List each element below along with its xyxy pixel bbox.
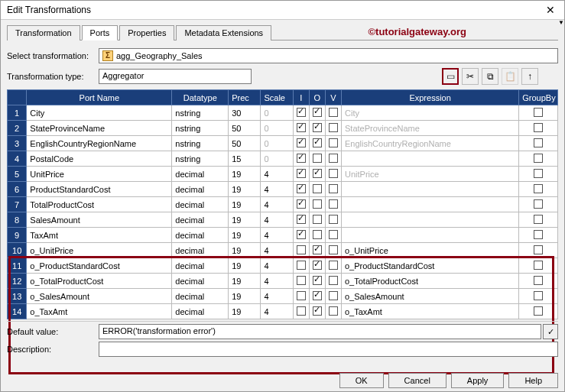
cell-datatype[interactable]: nstring [172,136,229,151]
cell-input-flag[interactable] [293,212,309,228]
cell-groupby[interactable] [519,121,558,136]
validate-button[interactable]: ✓ [543,324,558,339]
dropdown-arrow-icon[interactable]: ▼ [558,19,564,26]
copy-button[interactable]: ⧉ [482,68,498,85]
cell-datatype[interactable]: nstring [172,151,229,167]
table-row[interactable]: 9TaxAmtdecimal194 [8,228,558,243]
table-row[interactable]: 2StateProvinceNamenstring500StateProvinc… [8,121,558,136]
col-input[interactable]: I [293,90,309,105]
table-row[interactable]: 7TotalProductCostdecimal194 [8,197,558,212]
cell-scale[interactable]: 4 [261,289,293,304]
close-icon[interactable]: ✕ [543,4,558,16]
cell-scale[interactable]: 4 [261,258,293,274]
cell-expression[interactable] [342,182,519,197]
cell-variable-flag[interactable] [325,151,341,167]
cell-scale[interactable]: 4 [261,228,293,243]
default-value-input[interactable]: ERROR('transformation error') [99,324,541,339]
cell-port-name[interactable]: PostalCode [27,151,172,167]
cell-variable-flag[interactable] [325,121,341,136]
cell-variable-flag[interactable] [325,243,341,258]
cell-groupby[interactable] [519,274,558,289]
cell-output-flag[interactable] [309,274,325,289]
cell-port-name[interactable]: o_SalesAmount [27,289,172,304]
tab-metadata-extensions[interactable]: Metadata Extensions [176,25,271,40]
cell-datatype[interactable]: decimal [172,228,229,243]
cell-expression[interactable]: City [342,105,519,121]
cell-datatype[interactable]: decimal [172,212,229,228]
cancel-button[interactable]: Cancel [388,373,446,388]
cell-input-flag[interactable] [293,105,309,121]
cell-variable-flag[interactable] [325,274,341,289]
cell-output-flag[interactable] [309,197,325,212]
cell-input-flag[interactable] [293,136,309,151]
cell-output-flag[interactable] [309,228,325,243]
cell-prec[interactable]: 50 [229,121,261,136]
cell-output-flag[interactable] [309,151,325,167]
select-transformation-dropdown[interactable]: Σ agg_Geography_Sales [99,48,558,63]
cell-prec[interactable]: 19 [229,197,261,212]
cell-datatype[interactable]: decimal [172,197,229,212]
cell-port-name[interactable]: TaxAmt [27,228,172,243]
description-input[interactable] [99,342,558,357]
cell-variable-flag[interactable] [325,197,341,212]
cell-groupby[interactable] [519,212,558,228]
cell-prec[interactable]: 19 [229,182,261,197]
cell-input-flag[interactable] [293,289,309,304]
ok-button[interactable]: OK [339,373,384,388]
apply-button[interactable]: Apply [451,373,505,388]
cell-expression[interactable]: UnitPrice [342,167,519,182]
cell-expression[interactable]: o_TotalProductCost [342,274,519,289]
cell-datatype[interactable]: decimal [172,243,229,258]
cell-scale[interactable]: 4 [261,212,293,228]
cell-port-name[interactable]: SalesAmount [27,212,172,228]
cell-expression[interactable]: o_ProductStandardCost [342,258,519,274]
cell-variable-flag[interactable] [325,258,341,274]
cell-input-flag[interactable] [293,228,309,243]
table-row[interactable]: 11o_ProductStandardCostdecimal194o_Produ… [8,258,558,274]
cell-expression[interactable]: o_SalesAmount [342,289,519,304]
col-port-name[interactable]: Port Name [27,90,172,105]
cell-groupby[interactable] [519,258,558,274]
tab-transformation[interactable]: Transformation [7,25,80,40]
cell-port-name[interactable]: o_UnitPrice [27,243,172,258]
cell-prec[interactable]: 19 [229,289,261,304]
cell-port-name[interactable]: TotalProductCost [27,197,172,212]
cell-prec[interactable]: 19 [229,212,261,228]
cell-expression[interactable]: StateProvinceName [342,121,519,136]
cell-scale[interactable]: 4 [261,243,293,258]
cell-variable-flag[interactable] [325,167,341,182]
cell-groupby[interactable] [519,197,558,212]
cell-variable-flag[interactable] [325,105,341,121]
cut-button[interactable]: ✂ [462,68,479,85]
cell-variable-flag[interactable] [325,289,341,304]
table-row[interactable]: 3EnglishCountryRegionNamenstring500Engli… [8,136,558,151]
cell-scale[interactable]: 0 [261,136,293,151]
cell-prec[interactable]: 30 [229,105,261,121]
col-variable[interactable]: V [325,90,341,105]
cell-input-flag[interactable] [293,197,309,212]
cell-input-flag[interactable] [293,243,309,258]
cell-input-flag[interactable] [293,121,309,136]
cell-groupby[interactable] [519,289,558,304]
cell-datatype[interactable]: decimal [172,167,229,182]
cell-input-flag[interactable] [293,182,309,197]
cell-scale[interactable]: 4 [261,182,293,197]
cell-output-flag[interactable] [309,105,325,121]
cell-groupby[interactable] [519,136,558,151]
cell-output-flag[interactable] [309,182,325,197]
table-row[interactable]: 6ProductStandardCostdecimal194 [8,182,558,197]
cell-scale[interactable]: 4 [261,274,293,289]
cell-groupby[interactable] [519,228,558,243]
cell-input-flag[interactable] [293,258,309,274]
cell-output-flag[interactable] [309,167,325,182]
cell-input-flag[interactable] [293,151,309,167]
cell-prec[interactable]: 15 [229,151,261,167]
table-row[interactable]: 13o_SalesAmountdecimal194o_SalesAmount [8,289,558,304]
tab-ports[interactable]: Ports [82,25,119,40]
cell-expression[interactable] [342,151,519,167]
cell-port-name[interactable]: o_TotalProductCost [27,274,172,289]
cell-scale[interactable]: 4 [261,167,293,182]
cell-prec[interactable]: 19 [229,258,261,274]
cell-port-name[interactable]: StateProvinceName [27,121,172,136]
table-row[interactable]: 5UnitPricedecimal194UnitPrice [8,167,558,182]
